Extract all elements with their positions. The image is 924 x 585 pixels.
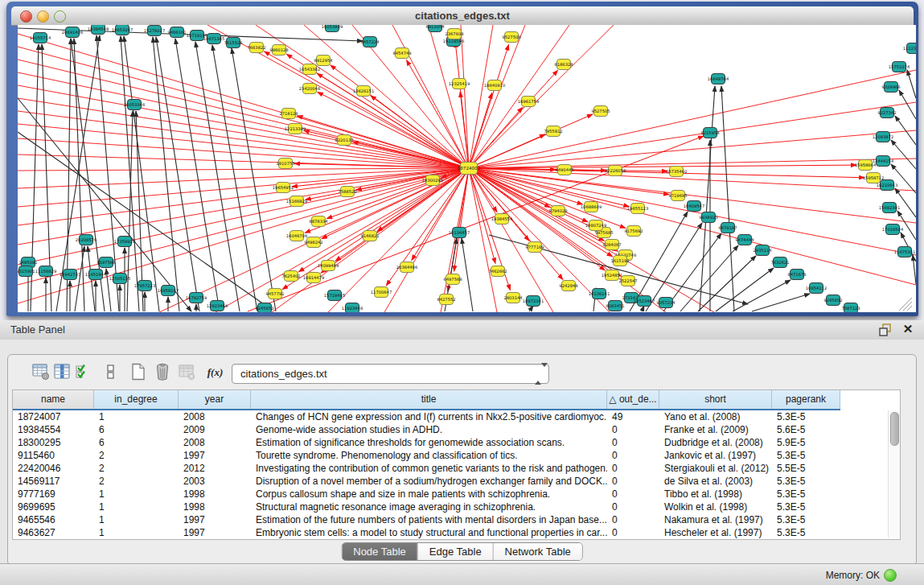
cell-short[interactable]: Stergiakouli et al. (2012) xyxy=(659,462,772,475)
cell-title[interactable]: Embryonic stem cells: a model to study s… xyxy=(251,526,607,539)
cell-pagerank[interactable]: 5.3E-5 xyxy=(772,449,840,462)
cell-short[interactable]: Nakamura et al. (1997) xyxy=(659,513,772,526)
cell-short[interactable]: Yano et al. (2008) xyxy=(659,410,772,423)
cell-in_degree[interactable]: 6 xyxy=(94,423,179,436)
table-row[interactable]: 1872400712008Changes of HCN gene express… xyxy=(13,410,840,423)
cell-year[interactable]: 1998 xyxy=(179,501,251,513)
cell-pagerank[interactable]: 5.3E-5 xyxy=(772,475,840,488)
cell-out_degree[interactable]: 0 xyxy=(607,423,659,436)
cell-pagerank[interactable]: 5.9E-5 xyxy=(772,436,840,449)
cell-out_degree[interactable]: 0 xyxy=(607,513,659,526)
new-column-icon[interactable] xyxy=(127,360,150,383)
cell-title[interactable]: Estimation of significance thresholds fo… xyxy=(251,436,607,449)
cell-short[interactable]: Tibbo et al. (1998) xyxy=(659,488,772,501)
cell-title[interactable]: Structural magnetic resonance image aver… xyxy=(251,501,607,513)
cell-title[interactable]: Disruption of a novel member of a sodium… xyxy=(251,475,607,488)
delete-columns-icon[interactable] xyxy=(151,360,174,383)
cell-year[interactable]: 2009 xyxy=(179,423,251,436)
cell-year[interactable]: 2003 xyxy=(179,475,251,488)
cell-out_degree[interactable]: 0 xyxy=(607,462,659,475)
cell-in_degree[interactable]: 6 xyxy=(94,436,179,449)
table-selector-dropdown[interactable]: citations_edges.txt xyxy=(232,364,549,384)
cell-in_degree[interactable]: 1 xyxy=(94,488,179,501)
column-header-short[interactable]: short xyxy=(659,390,772,409)
cell-short[interactable]: Franke et al. (2009) xyxy=(659,423,772,436)
cell-name[interactable]: 9699695 xyxy=(13,501,94,513)
cell-year[interactable]: 1997 xyxy=(179,449,251,462)
cell-name[interactable]: 9115460 xyxy=(13,449,94,462)
window-titlebar[interactable]: citations_edges.txt xyxy=(11,6,914,26)
cell-year[interactable]: 2012 xyxy=(179,462,251,475)
cell-year[interactable]: 2008 xyxy=(179,410,251,423)
cell-title[interactable]: Corpus callosum shape and size in male p… xyxy=(251,488,607,501)
dropdown-stepper-icon[interactable] xyxy=(535,367,543,381)
cell-year[interactable]: 1997 xyxy=(179,526,251,539)
cell-pagerank[interactable]: 5.3E-5 xyxy=(772,488,840,501)
cell-name[interactable]: 9463627 xyxy=(13,526,94,539)
cell-year[interactable]: 2008 xyxy=(179,436,251,449)
cell-title[interactable]: Investigating the contribution of common… xyxy=(251,462,607,475)
table-row[interactable]: 2242004622012Investigating the contribut… xyxy=(13,462,840,475)
cell-pagerank[interactable]: 5.5E-5 xyxy=(772,462,840,475)
tab-node-table[interactable]: Node Table xyxy=(342,543,418,560)
close-panel-icon[interactable]: ✕ xyxy=(901,322,915,336)
cell-in_degree[interactable]: 2 xyxy=(94,449,179,462)
cell-pagerank[interactable]: 5.3E-5 xyxy=(772,501,840,513)
row-height-icon[interactable] xyxy=(100,360,122,383)
table-row[interactable]: 911546021997Tourette syndrome. Phenomeno… xyxy=(13,449,840,462)
network-canvas[interactable]: 1405571420691406183845481065328715276027… xyxy=(18,25,916,312)
cell-title[interactable]: Genome-wide association studies in ADHD. xyxy=(251,423,607,436)
cell-in_degree[interactable]: 1 xyxy=(94,526,179,539)
cell-short[interactable]: Hescheler et al. (1997) xyxy=(659,526,772,539)
cell-out_degree[interactable]: 49 xyxy=(607,410,659,423)
network-canvas-area[interactable]: 1405571420691406183845481065328715276027… xyxy=(18,25,916,312)
tab-edge-table[interactable]: Edge Table xyxy=(418,543,494,560)
column-header-year[interactable]: year xyxy=(179,390,251,409)
cell-in_degree[interactable]: 2 xyxy=(94,462,179,475)
column-header-title[interactable]: title xyxy=(251,390,607,409)
cell-title[interactable]: Estimation of the future numbers of pati… xyxy=(251,513,607,526)
column-header-name[interactable]: name xyxy=(13,390,94,409)
cell-pagerank[interactable]: 5.3E-5 xyxy=(772,526,840,539)
cell-out_degree[interactable]: 0 xyxy=(607,501,659,513)
function-builder-icon[interactable]: f(x) xyxy=(204,360,227,383)
cell-title[interactable]: Changes of HCN gene expression and I(f) … xyxy=(251,410,607,423)
table-row[interactable]: 946554611997Estimation of the future num… xyxy=(13,513,840,526)
cell-year[interactable]: 1997 xyxy=(179,513,251,526)
show-columns-icon[interactable] xyxy=(51,360,73,383)
column-header-out_degree[interactable]: △ out_de... xyxy=(607,390,659,409)
cell-out_degree[interactable]: 0 xyxy=(607,488,659,501)
cell-out_degree[interactable]: 0 xyxy=(607,475,659,488)
cell-pagerank[interactable]: 5.3E-5 xyxy=(772,410,840,423)
table-row[interactable]: 1456911722003Disruption of a novel membe… xyxy=(13,475,840,488)
column-header-pagerank[interactable]: pagerank xyxy=(772,390,840,409)
cell-in_degree[interactable]: 1 xyxy=(94,513,179,526)
cell-name[interactable]: 9777169 xyxy=(13,488,94,501)
cell-out_degree[interactable]: 0 xyxy=(607,526,659,539)
cell-name[interactable]: 18724007 xyxy=(13,410,94,423)
cell-out_degree[interactable]: 0 xyxy=(607,449,659,462)
delete-table-icon[interactable] xyxy=(175,360,198,383)
cell-name[interactable]: 19384554 xyxy=(13,423,94,436)
cell-pagerank[interactable]: 5.6E-5 xyxy=(772,423,840,436)
table-row[interactable]: 946362711997Embryonic stem cells: a mode… xyxy=(13,526,840,539)
cell-short[interactable]: Wolkin et al. (1998) xyxy=(659,501,772,513)
cell-in_degree[interactable]: 1 xyxy=(94,410,179,423)
cell-short[interactable]: Dudbridge et al. (2008) xyxy=(659,436,772,449)
cell-year[interactable]: 1998 xyxy=(179,488,251,501)
cell-name[interactable]: 22420046 xyxy=(13,462,94,475)
table-row[interactable]: 1830029562008Estimation of significance … xyxy=(13,436,840,449)
cell-short[interactable]: Jankovic et al. (1997) xyxy=(659,449,772,462)
table-scrollbar[interactable] xyxy=(888,410,900,538)
cell-name[interactable]: 14569117 xyxy=(13,475,94,488)
cell-short[interactable]: de Silva et al. (2003) xyxy=(659,475,772,488)
table-row[interactable]: 977716911998Corpus callosum shape and si… xyxy=(13,488,840,501)
table-row[interactable]: 1938455462009Genome-wide association stu… xyxy=(13,423,840,436)
cell-pagerank[interactable]: 5.3E-5 xyxy=(772,513,840,526)
tab-network-table[interactable]: Network Table xyxy=(494,543,582,560)
cell-name[interactable]: 9465546 xyxy=(13,513,94,526)
select-columns-icon[interactable] xyxy=(72,360,94,383)
cell-in_degree[interactable]: 1 xyxy=(94,501,179,513)
column-header-in_degree[interactable]: in_degree xyxy=(94,390,179,409)
cell-out_degree[interactable]: 0 xyxy=(607,436,659,449)
